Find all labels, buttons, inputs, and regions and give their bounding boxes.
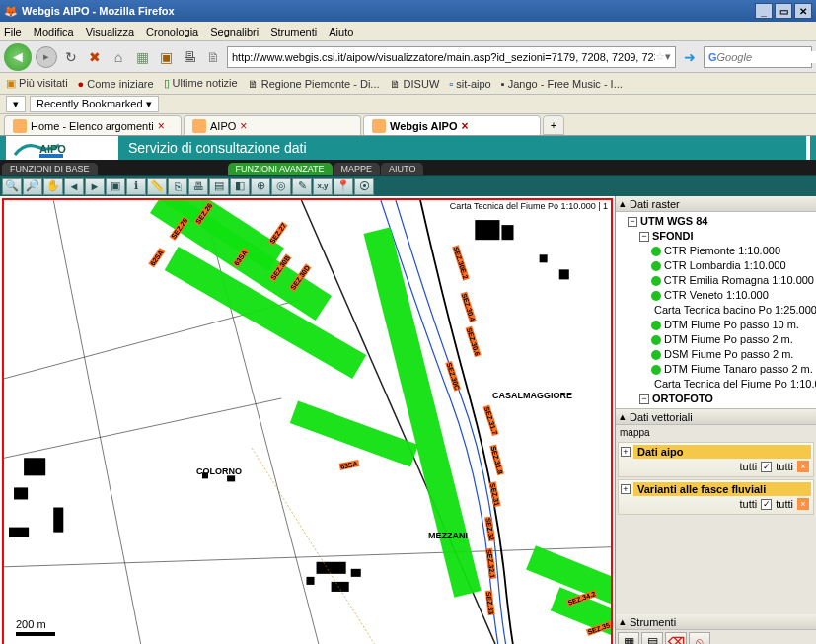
remove-button[interactable]: × <box>797 498 809 510</box>
fntab-aiuto[interactable]: AIUTO <box>381 163 423 175</box>
bm-disuw[interactable]: 🗎 DISUW <box>390 78 440 90</box>
tree-root[interactable]: −UTM WGS 84 <box>618 214 814 229</box>
close-button[interactable]: ✕ <box>794 3 812 19</box>
pin-icon[interactable]: 📍 <box>334 178 353 195</box>
tool-button-clear[interactable]: ⦸ <box>689 632 710 644</box>
expand-icon[interactable]: + <box>621 447 631 457</box>
back-button[interactable]: ◄ <box>4 43 32 71</box>
close-icon[interactable]: × <box>240 119 247 133</box>
s3-icon[interactable]: ▣ <box>156 47 176 67</box>
menu-help[interactable]: Aiuto <box>329 26 353 37</box>
svg-rect-8 <box>540 254 548 262</box>
bm-sitaipo[interactable]: ▫ sit-aipo <box>449 78 490 90</box>
tree-item[interactable]: CTR Piemonte 1:10.000 <box>618 244 814 258</box>
fntab-avanzate[interactable]: FUNZIONI AVANZATE <box>228 163 333 175</box>
bookmarks-toolbar: ▣ Più visitati ● Come iniziare ▯ Ultime … <box>0 73 816 95</box>
raster-panel-header[interactable]: ▴Dati raster <box>616 196 816 212</box>
forward-button[interactable]: ▸ <box>36 46 57 68</box>
nav-prev-icon[interactable]: ◄ <box>64 178 84 195</box>
tab-home[interactable]: Home - Elenco argomenti× <box>4 115 182 135</box>
bm-news[interactable]: ▯ Ultime notizie <box>164 77 238 90</box>
tool-button-2[interactable]: ▤ <box>641 632 663 644</box>
pan-icon[interactable]: ✋ <box>43 178 63 195</box>
center-icon[interactable]: ⊕ <box>251 178 270 195</box>
restore-button[interactable]: ▭ <box>775 3 792 19</box>
zoom-in-icon[interactable]: 🔍 <box>2 178 22 195</box>
tab-webgis[interactable]: Webgis AIPO× <box>363 115 541 135</box>
search-box[interactable]: G <box>704 46 812 68</box>
menu-view[interactable]: Visualizza <box>86 26 134 37</box>
georef-icon[interactable]: ⦿ <box>354 178 374 195</box>
collapse-icon[interactable]: ▴ <box>620 410 626 423</box>
tree-ortofoto[interactable]: −ORTOFOTO <box>618 392 814 406</box>
measure-icon[interactable]: 📏 <box>147 178 167 195</box>
stop-button[interactable]: ✖ <box>85 47 105 67</box>
menu-edit[interactable]: Modifica <box>34 26 74 37</box>
close-icon[interactable]: × <box>158 119 165 133</box>
bm-regione[interactable]: 🗎 Regione Piemonte - Di... <box>248 78 380 90</box>
place-mezzani: MEZZANI <box>428 531 468 540</box>
favorite-star-icon[interactable]: ☆ <box>655 50 665 63</box>
print-icon[interactable]: 🖶 <box>188 178 208 195</box>
varianti-label[interactable]: Varianti alle fasce fluviali <box>633 482 811 496</box>
home-button[interactable]: ⌂ <box>109 47 128 67</box>
collapse-icon[interactable]: ▴ <box>620 615 626 628</box>
tree-item[interactable]: DSM Fiume Po passo 2 m. <box>618 347 814 362</box>
tool-button-eraser[interactable]: ⌫ <box>665 632 687 644</box>
checkbox[interactable]: ✓ <box>761 499 772 510</box>
tree-item[interactable]: Carta Tecnica bacino Po 1:25.000 <box>618 303 814 318</box>
bm-getstarted[interactable]: ● Come iniziare <box>78 78 154 90</box>
reload-button[interactable]: ↻ <box>61 47 81 67</box>
close-icon[interactable]: × <box>461 119 468 133</box>
search-input[interactable] <box>717 51 816 63</box>
nav-next-icon[interactable]: ► <box>85 178 105 195</box>
kml-icon[interactable]: ⎘ <box>168 178 187 195</box>
expand-icon[interactable]: + <box>621 484 631 494</box>
tool-button-1[interactable]: ▦ <box>618 632 639 644</box>
overview-icon[interactable]: ◧ <box>230 178 250 195</box>
menu-tools[interactable]: Strumenti <box>270 26 317 37</box>
svg-rect-11 <box>351 569 361 577</box>
tree-item[interactable]: Carta Tecnica del Fiume Po 1:10.000 <box>618 377 814 392</box>
checkbox[interactable]: ✓ <box>761 462 772 472</box>
tree-sfondi[interactable]: −SFONDI <box>618 229 814 244</box>
screenshot-icon[interactable]: ▦ <box>132 47 152 67</box>
minimize-button[interactable]: _ <box>755 3 773 19</box>
collapse-icon[interactable]: ▴ <box>620 197 626 210</box>
tree-item[interactable]: DTM Fiume Tanaro passo 2 m. <box>618 362 814 377</box>
tree-item[interactable]: CTR Lombardia 1:10.000 <box>618 258 814 273</box>
bm-jango[interactable]: ▪ Jango - Free Music - I... <box>501 78 623 90</box>
menu-history[interactable]: Cronologia <box>146 26 198 37</box>
target-icon[interactable]: ◎ <box>271 178 291 195</box>
menu-file[interactable]: File <box>4 26 22 37</box>
vettoriali-panel-header[interactable]: ▴Dati vettoriali <box>616 409 816 425</box>
fntab-mappe[interactable]: MAPPE <box>334 163 381 175</box>
strumenti-panel-header[interactable]: ▴Strumenti <box>616 614 816 630</box>
zoom-out-icon[interactable]: 🔎 <box>23 178 42 195</box>
go-button[interactable]: ➜ <box>680 47 700 67</box>
menu-bookmarks[interactable]: Segnalibri <box>210 26 259 37</box>
layer-icon[interactable]: ▤ <box>209 178 229 195</box>
tab-aipo[interactable]: AIPO× <box>184 115 361 135</box>
url-bar[interactable]: ☆ ▾ <box>227 46 676 68</box>
url-input[interactable] <box>232 51 655 63</box>
dropdown-icon[interactable]: ▾ <box>665 50 671 63</box>
map-pane[interactable]: Carta Tecnica del Fiume Po 1:10.000 | 1 <box>2 198 613 644</box>
tree-item[interactable]: CTR Emilia Romagna 1:10.000 <box>618 273 814 288</box>
bm-most-visited[interactable]: ▣ Più visitati <box>6 77 68 90</box>
layer-tree[interactable]: −UTM WGS 84 −SFONDI CTR Piemonte 1:10.00… <box>616 212 816 409</box>
dati-aipo-label[interactable]: Dati aipo <box>633 445 811 459</box>
remove-button[interactable]: × <box>797 461 809 472</box>
printer-icon[interactable]: 🖶 <box>180 47 199 67</box>
identify-icon[interactable]: ℹ <box>126 178 146 195</box>
svg-rect-7 <box>501 225 513 240</box>
draw-icon[interactable]: ✎ <box>292 178 312 195</box>
new-tab-button[interactable]: + <box>543 115 564 135</box>
extent-icon[interactable]: ▣ <box>106 178 125 195</box>
tree-item[interactable]: CTR Veneto 1:10.000 <box>618 288 814 303</box>
fntab-base[interactable]: FUNZIONI DI BASE <box>2 163 98 175</box>
tree-item[interactable]: DTM Fiume Po passo 2 m. <box>618 332 814 347</box>
tree-item[interactable]: DTM Fiume Po passo 10 m. <box>618 318 814 332</box>
recently-bookmarked-button[interactable]: Recently Bookmarked ▾ <box>30 96 159 112</box>
xy-icon[interactable]: x,y <box>313 178 333 195</box>
